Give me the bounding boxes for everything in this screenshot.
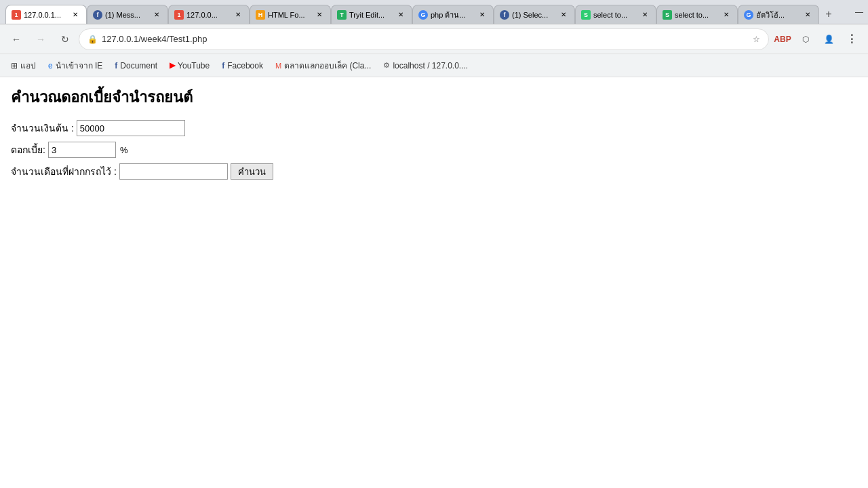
star-icon[interactable]: ☆ — [753, 35, 760, 44]
tabs-container: 1 127.0.0.1... ✕ f (1) Mess... ✕ 1 127.0… — [5, 0, 838, 24]
menu-button[interactable]: ⋮ — [841, 28, 863, 50]
reload-button[interactable]: ↻ — [54, 28, 76, 50]
tab-7[interactable]: f (1) Selec... ✕ — [494, 5, 575, 24]
tab-7-label: (1) Selec... — [512, 11, 555, 19]
address-bar[interactable]: 🔒 127.0.0.1/week4/Test1.php ☆ — [79, 28, 769, 50]
months-row: จำนวนเดือนที่ฝากกรถไว้ : คำนวน — [11, 163, 857, 180]
tab-10-close[interactable]: ✕ — [802, 9, 813, 20]
principal-label: จำนวนเงินต้น : — [11, 121, 74, 136]
interest-label: ดอกเบี้ย: — [11, 142, 45, 157]
new-tab-button[interactable]: + — [819, 5, 838, 24]
tab-2[interactable]: f (1) Mess... ✕ — [87, 5, 168, 24]
tab-9-label: select to... — [675, 11, 718, 19]
tab-4-close[interactable]: ✕ — [314, 9, 325, 20]
tab-3-label: 127.0.0... — [186, 11, 230, 19]
tab-2-close[interactable]: ✕ — [151, 9, 162, 20]
tab-6[interactable]: G php ด้าน... ✕ — [412, 5, 494, 24]
percent-label: % — [120, 145, 128, 155]
calculate-button[interactable]: คำนวน — [231, 163, 273, 180]
tab-9[interactable]: S select to... ✕ — [656, 5, 738, 24]
bookmark-classifieds[interactable]: M ตลาดแลกออบเล็ค (Cla... — [270, 58, 377, 74]
tab-8-favicon: S — [581, 10, 591, 20]
bookmark-ie[interactable]: e นำเข้าจาก IE — [43, 58, 108, 74]
title-bar: 1 127.0.0.1... ✕ f (1) Mess... ✕ 1 127.0… — [0, 0, 868, 24]
tab-9-favicon: S — [663, 10, 672, 20]
apps-icon: ⊞ — [11, 61, 18, 70]
principal-input[interactable] — [77, 120, 185, 136]
bookmark-classifieds-label: ตลาดแลกออบเล็ค (Cla... — [284, 59, 371, 72]
bookmark-facebook-label: Facebook — [227, 61, 263, 70]
tab-10-label: อัตวิโอ้... — [756, 9, 800, 21]
bookmark-apps[interactable]: ⊞ แอป — [5, 58, 41, 74]
tab-4-favicon: H — [256, 10, 265, 20]
browser-window: 1 127.0.0.1... ✕ f (1) Mess... ✕ 1 127.0… — [0, 0, 868, 488]
tab-1-favicon: 1 — [12, 10, 21, 20]
tab-1-label: 127.0.0.1... — [24, 11, 67, 19]
tab-9-close[interactable]: ✕ — [721, 9, 732, 20]
bookmark-document[interactable]: f Document — [109, 58, 163, 74]
bookmark-youtube[interactable]: ▶ YouTube — [164, 58, 215, 74]
bookmark-localhost[interactable]: ⚙ localhost / 127.0.0.... — [378, 58, 473, 74]
classifieds-icon: M — [275, 62, 281, 70]
tab-4[interactable]: H HTML Fo... ✕ — [250, 5, 331, 24]
back-button[interactable]: ← — [5, 28, 27, 50]
bookmarks-bar: ⊞ แอป e นำเข้าจาก IE f Document ▶ YouTub… — [0, 54, 868, 77]
minimize-button[interactable]: — — [844, 3, 868, 22]
bookmark-youtube-label: YouTube — [178, 61, 210, 70]
tab-5-close[interactable]: ✕ — [395, 9, 406, 20]
nav-icons: ABP ⬡ 👤 ⋮ — [772, 28, 863, 50]
profile-icon-2[interactable]: 👤 — [818, 28, 840, 50]
tab-3-close[interactable]: ✕ — [233, 9, 243, 20]
facebook-icon: f — [222, 61, 224, 70]
tab-2-favicon: f — [93, 10, 102, 20]
tab-6-close[interactable]: ✕ — [477, 9, 488, 20]
months-input[interactable] — [119, 163, 228, 180]
principal-row: จำนวนเงินต้น : — [11, 120, 857, 136]
months-label: จำนวนเดือนที่ฝากกรถไว้ : — [11, 164, 117, 179]
doc-icon: f — [115, 61, 117, 70]
tab-6-label: php ด้าน... — [431, 9, 474, 21]
tab-5-label: Tryit Edit... — [349, 11, 393, 19]
tab-10-favicon: G — [744, 10, 753, 20]
page-content: คำนวณดอกเบี้ยจำนำรถยนต์ จำนวนเงินต้น : ด… — [0, 77, 868, 488]
localhost-icon: ⚙ — [383, 61, 390, 70]
bookmark-facebook[interactable]: f Facebook — [216, 58, 269, 74]
forward-button[interactable]: → — [30, 28, 52, 50]
address-text: 127.0.0.1/week4/Test1.php — [102, 34, 749, 44]
tab-7-favicon: f — [500, 10, 509, 20]
youtube-icon: ▶ — [170, 61, 175, 70]
bookmark-ie-label: นำเข้าจาก IE — [56, 59, 103, 72]
bookmark-apps-label: แอป — [20, 59, 36, 72]
tab-8[interactable]: S select to... ✕ — [575, 5, 656, 24]
interest-row: ดอกเบี้ย: % — [11, 142, 857, 158]
window-controls: — ❐ ✕ — [844, 3, 868, 22]
bookmark-document-label: Document — [120, 61, 157, 70]
bookmark-localhost-label: localhost / 127.0.0.... — [393, 61, 468, 70]
tab-6-favicon: G — [418, 10, 428, 20]
tab-7-close[interactable]: ✕ — [558, 9, 569, 20]
tab-1[interactable]: 1 127.0.0.1... ✕ — [5, 5, 87, 24]
tab-2-label: (1) Mess... — [105, 11, 149, 19]
tab-3[interactable]: 1 127.0.0... ✕ — [168, 5, 250, 24]
interest-input[interactable] — [48, 142, 116, 158]
tab-8-close[interactable]: ✕ — [639, 9, 650, 20]
tab-5[interactable]: T Tryit Edit... ✕ — [331, 5, 412, 24]
tab-5-favicon: T — [337, 10, 347, 20]
tab-3-favicon: 1 — [174, 10, 184, 20]
tab-1-close[interactable]: ✕ — [70, 9, 81, 20]
nav-bar: ← → ↻ 🔒 127.0.0.1/week4/Test1.php ☆ ABP … — [0, 24, 868, 54]
extensions-button[interactable]: ABP — [772, 28, 793, 50]
profile-icon-1[interactable]: ⬡ — [795, 28, 816, 50]
tab-8-label: select to... — [593, 11, 637, 19]
ie-icon: e — [48, 61, 53, 70]
tab-10[interactable]: G อัตวิโอ้... ✕ — [738, 5, 819, 24]
tab-4-label: HTML Fo... — [268, 11, 311, 19]
lock-icon: 🔒 — [87, 35, 98, 44]
page-title: คำนวณดอกเบี้ยจำนำรถยนต์ — [11, 85, 857, 109]
